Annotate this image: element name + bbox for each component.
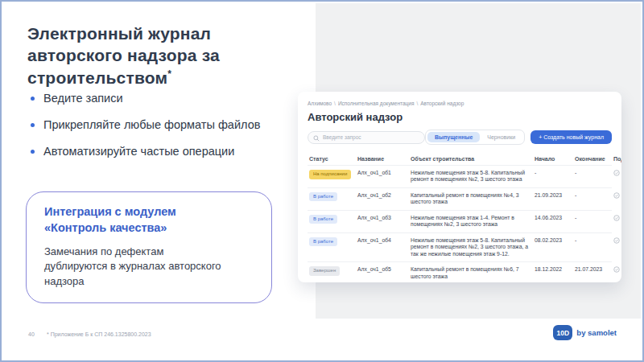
column-header-0: Статус <box>309 156 354 162</box>
status-badge: В работе <box>309 215 337 224</box>
table-row[interactable]: На подписанииАлх_оч1_об1Нежилые помещени… <box>308 165 612 187</box>
signature-check-icon <box>613 215 620 221</box>
start-date: 14.06.2023 <box>535 215 572 221</box>
tab-drafts[interactable]: Черновики <box>480 132 522 142</box>
signatures-cell <box>613 192 621 199</box>
logo-text: by samolet <box>576 328 617 337</box>
end-date: - <box>575 215 610 221</box>
search-icon <box>313 130 320 145</box>
start-date: 18.12.2022 <box>535 266 572 273</box>
signatures-cell <box>613 215 621 221</box>
feature-bullet-list: Ведите записи Прикрепляйте любые форматы… <box>29 92 295 171</box>
column-header-5: Подписи <box>613 156 621 162</box>
table-row[interactable]: ЗавершенАлх_оч1_об5Капитальный ремонт в … <box>308 261 612 282</box>
filter-tab-group: Выпущенные Черновики <box>425 130 525 145</box>
signature-check-icon <box>613 192 620 199</box>
journal-name: Алх_оч1_об1 <box>357 170 407 176</box>
search-input[interactable]: Введите запрос <box>308 131 425 144</box>
callout-heading: Интеграция с модулем «Контроль качества» <box>44 204 255 236</box>
journal-name: Алх_оч1_об4 <box>357 237 407 244</box>
status-cell: В работе <box>309 237 354 247</box>
signatures-cell <box>613 266 621 273</box>
status-badge: В работе <box>309 237 337 247</box>
start-date: 21.09.2023 <box>535 192 572 199</box>
app-window: Алхимово\Исполнительная документация\Авт… <box>298 92 621 282</box>
samolet-logo: 10D by samolet <box>553 325 617 340</box>
status-badge: На подписании <box>309 170 351 179</box>
bullet-item: Прикрепляйте любые форматы файлов <box>29 118 295 131</box>
status-badge: В работе <box>309 192 337 202</box>
construction-object: Капитальный ремонт в помещениях №4, 3 ше… <box>411 192 531 206</box>
table-row[interactable]: В работеАлх_оч1_об3Нежилые помещения эта… <box>308 210 612 232</box>
column-header-4: Окончание <box>575 156 610 162</box>
journal-name: Алх_оч1_об3 <box>357 215 407 221</box>
table-body: На подписанииАлх_оч1_об1Нежилые помещени… <box>308 165 612 282</box>
breadcrumb-item-project[interactable]: Алхимово <box>308 101 332 106</box>
table-row[interactable]: В работеАлх_оч1_об4Нежилые помещения эта… <box>308 232 612 261</box>
journal-name: Алх_оч1_об2 <box>357 192 407 199</box>
construction-object: Нежилые помещения этаж 5-8. Капитальный … <box>411 237 531 257</box>
column-header-3: Начало <box>535 156 572 162</box>
controls-row: Введите запрос Выпущенные Черновики + Со… <box>308 130 612 145</box>
end-date: - <box>575 237 610 244</box>
end-date: - <box>575 170 610 176</box>
slide-title: Электронный журнал авторского надзора за… <box>27 23 309 88</box>
breadcrumb-separator: \ <box>334 101 336 106</box>
end-date: - <box>575 192 610 199</box>
page-number: 40 <box>28 331 35 337</box>
slide-title-text: Электронный журнал авторского надзора за… <box>27 24 220 87</box>
logo-10d-icon: 10D <box>553 325 572 340</box>
column-header-1: Название <box>357 156 407 162</box>
title-asterisk: * <box>167 68 171 80</box>
status-cell: На подписании <box>309 170 354 179</box>
table-header-row: СтатусНазваниеОбъект строительстваНачало… <box>308 152 612 165</box>
breadcrumb-separator: \ <box>416 101 418 106</box>
page-title: Авторский надзор <box>308 111 612 123</box>
journals-table: СтатусНазваниеОбъект строительстваНачало… <box>308 152 612 282</box>
footnote: * Приложение Б к СП 246.1325800.2023 <box>47 331 151 337</box>
tab-released[interactable]: Выпущенные <box>427 132 480 142</box>
presentation-slide: Электронный журнал авторского надзора за… <box>0 0 644 362</box>
signature-check-icon <box>613 237 620 244</box>
end-date: 21.07.2023 <box>575 266 610 273</box>
signature-check-icon <box>613 266 620 273</box>
column-header-2: Объект строительства <box>411 156 531 162</box>
signatures-cell <box>613 170 621 176</box>
bullet-item: Ведите записи <box>29 92 295 105</box>
status-badge: Завершен <box>309 266 340 276</box>
start-date: 08.02.2023 <box>535 237 572 244</box>
construction-object: Нежилые помещения этаж 5-8. Капитальный … <box>411 170 531 183</box>
construction-object: Капитальный ремонт в помещениях №6, 7 ше… <box>411 266 531 280</box>
signature-check-icon <box>613 170 620 176</box>
bullet-item: Автоматизируйте частые операции <box>29 145 295 158</box>
search-placeholder: Введите запрос <box>323 134 361 140</box>
status-cell: Завершен <box>309 266 354 276</box>
breadcrumb: Алхимово\Исполнительная документация\Авт… <box>308 101 612 106</box>
callout-body: Замечания по дефектам дублируются в журн… <box>44 245 229 289</box>
controls-right: Выпущенные Черновики + Создать новый жур… <box>425 130 612 145</box>
breadcrumb-item-docs[interactable]: Исполнительная документация <box>338 101 415 106</box>
journal-name: Алх_оч1_об5 <box>357 266 407 273</box>
status-cell: В работе <box>309 192 354 202</box>
status-cell: В работе <box>309 215 354 224</box>
breadcrumb-item-current: Авторский надзор <box>420 101 464 106</box>
signatures-cell <box>613 237 621 244</box>
integration-callout-box: Интеграция с модулем «Контроль качества»… <box>26 191 272 303</box>
callout-heading-line2: «Контроль качества» <box>44 220 255 237</box>
callout-heading-line1: Интеграция с модулем <box>44 204 255 220</box>
create-journal-button[interactable]: + Создать новый журнал <box>530 130 612 144</box>
start-date: - <box>535 170 572 176</box>
table-row[interactable]: В работеАлх_оч1_об2Капитальный ремонт в … <box>308 187 612 210</box>
construction-object: Нежилые помещения этаж 1-4. Ремонт в пом… <box>411 215 531 228</box>
